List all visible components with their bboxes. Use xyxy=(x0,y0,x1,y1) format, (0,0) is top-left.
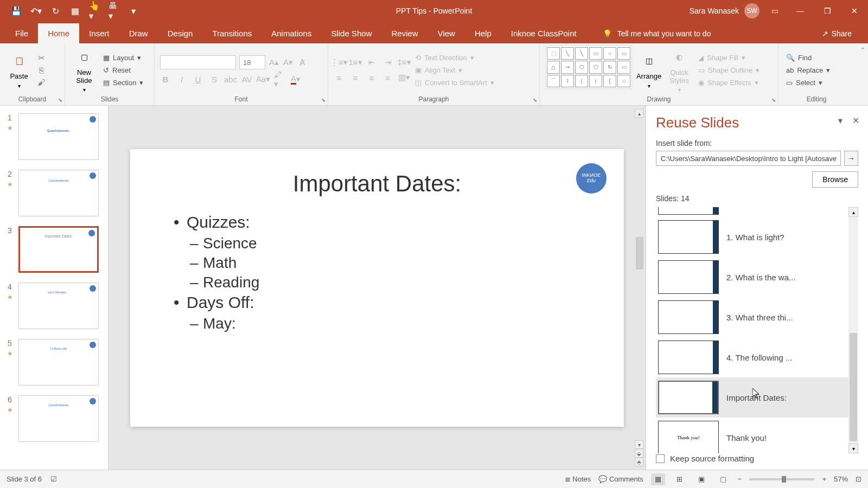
tab-slide-show[interactable]: Slide Show xyxy=(321,23,381,43)
print-icon[interactable]: 🖶▾ xyxy=(108,5,119,16)
thumbnail-4[interactable]: 4★ Let's Review ... xyxy=(0,280,108,337)
zoom-out-icon[interactable]: − xyxy=(738,475,742,483)
scroll-down-icon[interactable]: ▾ xyxy=(635,440,643,449)
char-spacing-icon[interactable]: AV xyxy=(241,74,252,85)
tab-inknoe-classpoint[interactable]: Inknoe ClassPoint xyxy=(501,23,586,43)
user-account[interactable]: Sara Wanasek SW xyxy=(690,3,760,18)
convert-smartart-button[interactable]: ◫Convert to SmartArt ▾ xyxy=(413,77,496,88)
next-slide-icon[interactable]: ⬘ xyxy=(635,458,643,466)
reading-view-icon[interactable]: ▣ xyxy=(694,473,709,485)
go-button[interactable]: → xyxy=(844,151,858,166)
maximize-button[interactable]: ❐ xyxy=(814,0,841,22)
tab-draw[interactable]: Draw xyxy=(119,23,158,43)
slide-body[interactable]: Quizzes: Science Math Reading Days Off: … xyxy=(157,213,597,332)
dialog-launcher-icon[interactable]: ⬊ xyxy=(533,97,537,103)
line-spacing-icon[interactable]: ‡≡▾ xyxy=(399,57,410,68)
comments-button[interactable]: 💬 Comments xyxy=(598,475,643,483)
text-direction-button[interactable]: ⟲Text Direction ▾ xyxy=(413,52,496,63)
reuse-item-partial[interactable] xyxy=(658,207,719,215)
align-text-button[interactable]: ▣Align Text ▾ xyxy=(413,65,496,76)
shape-fill-button[interactable]: ◢Shape Fill ▾ xyxy=(696,52,762,63)
increase-font-icon[interactable]: A▴ xyxy=(269,57,279,68)
tab-insert[interactable]: Insert xyxy=(79,23,119,43)
justify-icon[interactable]: ≡ xyxy=(382,72,393,83)
customize-qat-icon[interactable]: ▾ xyxy=(128,5,139,16)
shape-outline-button[interactable]: ▭Shape Outline ▾ xyxy=(696,65,762,76)
close-pane-icon[interactable]: ✕ xyxy=(852,115,859,126)
pane-menu-icon[interactable]: ▾ xyxy=(838,115,843,126)
italic-icon[interactable]: I xyxy=(176,74,187,85)
bold-icon[interactable]: B xyxy=(160,74,171,85)
reuse-item-1[interactable]: 1. What is light? xyxy=(656,217,858,257)
scroll-up-icon[interactable]: ▴ xyxy=(635,109,643,118)
slide-counter[interactable]: Slide 3 of 6 xyxy=(7,475,42,483)
tab-transitions[interactable]: Transitions xyxy=(202,23,261,43)
file-path-input[interactable] xyxy=(656,151,841,166)
slide[interactable]: INKИOE Edu Important Dates: Quizzes: Sci… xyxy=(130,149,624,427)
slide-title[interactable]: Important Dates: xyxy=(157,171,597,197)
undo-icon[interactable]: ↶▾ xyxy=(30,5,41,16)
reuse-item-3[interactable]: 3. What three thi... xyxy=(656,297,858,337)
thumbnail-5[interactable]: 5★ In Real Life xyxy=(0,337,108,393)
reuse-item-4[interactable]: 4. The following ... xyxy=(656,337,858,377)
scroll-up-icon[interactable]: ▴ xyxy=(848,207,858,217)
dialog-launcher-icon[interactable]: ⬊ xyxy=(771,97,776,103)
columns-icon[interactable]: ▥▾ xyxy=(399,72,410,83)
slideshow-view-icon[interactable]: ▢ xyxy=(716,473,730,485)
replace-button[interactable]: abReplace ▾ xyxy=(784,65,832,76)
dialog-launcher-icon[interactable]: ⬊ xyxy=(321,97,326,103)
scroll-down-icon[interactable]: ▾ xyxy=(848,444,858,453)
thumbnail-3[interactable]: 3 Important Dates: xyxy=(0,224,108,280)
fit-to-window-icon[interactable]: ⊡ xyxy=(856,475,861,483)
zoom-slider[interactable] xyxy=(749,478,814,480)
find-button[interactable]: 🔍Find xyxy=(784,52,832,63)
reuse-item-5[interactable]: Important Dates: xyxy=(656,377,858,418)
tab-file[interactable]: File xyxy=(5,23,38,43)
tab-view[interactable]: View xyxy=(428,23,465,43)
select-button[interactable]: ▭Select ▾ xyxy=(784,77,832,88)
tab-animations[interactable]: Animations xyxy=(261,23,321,43)
collapse-ribbon-icon[interactable]: ˄ xyxy=(861,47,865,55)
share-button[interactable]: ↗ Share xyxy=(816,24,857,43)
shapes-gallery[interactable]: ⬚╲╲▭○▭ △⇒⬡⬠↻▭ ⌒⌇⟨⟩{☆ xyxy=(545,46,632,89)
decrease-font-icon[interactable]: A▾ xyxy=(283,57,293,68)
minimize-button[interactable]: — xyxy=(787,0,814,22)
tab-review[interactable]: Review xyxy=(381,23,427,43)
clear-formatting-icon[interactable]: A̷ xyxy=(297,57,308,68)
touch-mode-icon[interactable]: 👆▾ xyxy=(89,5,100,16)
save-icon[interactable]: 💾 xyxy=(11,5,22,16)
redo-icon[interactable]: ↻ xyxy=(50,5,61,16)
prev-slide-icon[interactable]: ⬙ xyxy=(635,449,643,458)
slide-thumbnail-panel[interactable]: 1★ Quadrilaterals: 2★ Quadrilaterals 3 I… xyxy=(0,106,108,470)
shadow-icon[interactable]: S xyxy=(209,74,220,85)
copy-icon[interactable]: ⎘ xyxy=(36,65,47,75)
present-from-beginning-icon[interactable]: ▦ xyxy=(69,5,80,16)
underline-icon[interactable]: U xyxy=(193,74,203,85)
reset-button[interactable]: ↺Reset xyxy=(101,65,145,76)
notes-button[interactable]: ≣ Notes xyxy=(565,475,591,483)
paste-button[interactable]: 📋 Paste ▾ xyxy=(5,46,33,94)
tab-help[interactable]: Help xyxy=(465,23,501,43)
change-case-icon[interactable]: Aa▾ xyxy=(258,74,269,85)
reuse-item-2[interactable]: 2. What is the wa... xyxy=(656,257,858,297)
canvas-scrollbar[interactable]: ▴ ▾ ⬙ ⬘ xyxy=(635,106,644,470)
decrease-indent-icon[interactable]: ⇤ xyxy=(366,57,377,68)
slide-sorter-icon[interactable]: ⊞ xyxy=(673,473,687,485)
browse-button[interactable]: Browse xyxy=(812,171,858,188)
dialog-launcher-icon[interactable]: ⬊ xyxy=(58,97,62,103)
align-left-icon[interactable]: ≡ xyxy=(334,72,344,83)
highlight-icon[interactable]: 🖍▾ xyxy=(274,74,285,85)
font-color-icon[interactable]: A▾ xyxy=(290,74,301,85)
quick-styles-button[interactable]: ◐ Quick Styles ▾ xyxy=(666,46,693,94)
normal-view-icon[interactable]: ▦ xyxy=(651,473,665,485)
shape-effects-button[interactable]: ◉Shape Effects ▾ xyxy=(696,77,762,88)
zoom-in-icon[interactable]: + xyxy=(822,475,826,483)
arrange-button[interactable]: ◫ Arrange ▾ xyxy=(635,46,662,94)
thumbnail-6[interactable]: 6★ Quadrilaterals xyxy=(0,393,108,450)
align-right-icon[interactable]: ≡ xyxy=(366,72,377,83)
slide-canvas-area[interactable]: INKИOE Edu Important Dates: Quizzes: Sci… xyxy=(108,106,646,470)
section-button[interactable]: ▤Section ▾ xyxy=(101,77,145,88)
tab-design[interactable]: Design xyxy=(158,23,203,43)
cut-icon[interactable]: ✂ xyxy=(36,53,47,63)
reuse-item-6[interactable]: Thank you! Thank you! xyxy=(656,418,858,453)
